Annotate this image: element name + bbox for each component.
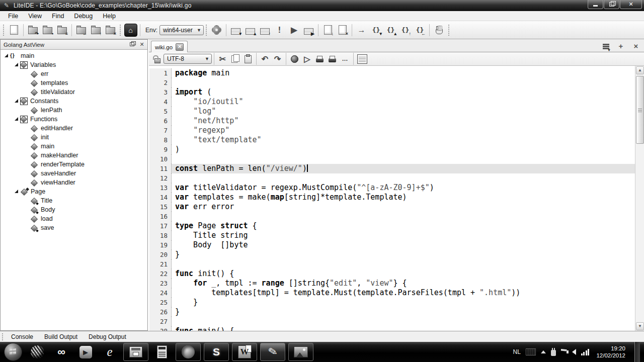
goto-brace-button[interactable]: {}←: [413, 24, 427, 37]
word-wrap-button[interactable]: [356, 53, 368, 64]
record-macro-button[interactable]: [289, 53, 300, 64]
taskbar-button-firefox[interactable]: [176, 343, 201, 361]
code-line-8[interactable]: 8 "text/template": [149, 135, 635, 145]
menu-file[interactable]: File: [3, 12, 23, 21]
astview-item-Title[interactable]: Title: [1, 196, 147, 205]
code-line-12[interactable]: 12: [149, 173, 635, 183]
code-line-16[interactable]: 16: [149, 212, 635, 221]
env-select[interactable]: win64-user▼: [159, 25, 204, 35]
build-get-button[interactable]: ▾: [229, 24, 243, 37]
show-desktop-button[interactable]: [634, 342, 640, 362]
code-line-26[interactable]: 26}: [149, 307, 635, 317]
taskbar-button-mediaplayer[interactable]: ▶: [75, 343, 96, 361]
code-line-6[interactable]: 6 "net/http": [149, 116, 635, 126]
expand-arrow-icon[interactable]: [14, 189, 20, 195]
print-button[interactable]: [314, 53, 326, 64]
power-icon[interactable]: [551, 350, 556, 356]
expand-arrow-icon[interactable]: [14, 98, 20, 104]
close-file-button[interactable]: ×: [104, 24, 117, 37]
run-file-button[interactable]: ▶: [302, 24, 315, 37]
close-panel-button[interactable]: ✕: [138, 41, 146, 48]
scroll-up-icon[interactable]: ▲: [636, 66, 644, 74]
code-line-2[interactable]: 2: [149, 78, 635, 87]
astview-item-err[interactable]: err: [1, 69, 147, 78]
code-line-23[interactable]: 23 for _, tmpl := range []string{"edit",…: [149, 279, 635, 288]
cut-button[interactable]: ✂: [217, 53, 228, 64]
language-indicator[interactable]: NL: [513, 348, 521, 355]
volume-icon[interactable]: [572, 349, 576, 355]
toolbar-drag-handle[interactable]: [3, 24, 5, 36]
new-tab-button[interactable]: +: [615, 41, 627, 51]
save-all-button[interactable]: ≡: [55, 24, 69, 37]
code-line-27[interactable]: 27: [149, 317, 635, 326]
astview-item-saveHandler[interactable]: saveHandler: [1, 169, 147, 178]
code-line-24[interactable]: 24 templates[tmpl] = template.Must(templ…: [149, 288, 635, 298]
tab-close-button[interactable]: ✕: [176, 43, 184, 51]
code-line-3[interactable]: 3import (: [149, 87, 635, 97]
more-options-button[interactable]: …: [339, 53, 351, 64]
build-edit-button[interactable]: ▴: [244, 24, 257, 37]
code-line-21[interactable]: 21: [149, 259, 635, 269]
start-button[interactable]: [4, 343, 22, 361]
unfold-brace-button[interactable]: {}↑: [398, 24, 412, 37]
build-install-button[interactable]: ↑: [258, 24, 272, 37]
code-line-22[interactable]: 22func init() {: [149, 269, 635, 279]
tab-wiki-go[interactable]: wiki.go ✕: [151, 41, 188, 53]
astview-item-renderTemplate[interactable]: renderTemplate: [1, 160, 147, 169]
output-bar-handle[interactable]: [2, 333, 4, 341]
taskbar-button-calculator[interactable]: [151, 343, 173, 361]
code-line-28[interactable]: 28func main() {: [149, 326, 635, 331]
code-line-25[interactable]: 25 }: [149, 298, 635, 307]
astview-item-save[interactable]: save: [1, 223, 147, 232]
code-line-14[interactable]: 14var templates = make(map[string]*templ…: [149, 193, 635, 202]
astview-item-editHandler[interactable]: editHandler: [1, 124, 147, 133]
taskbar-button-globe[interactable]: [27, 343, 48, 361]
close-doc-button[interactable]: ×: [336, 24, 349, 37]
copy-button[interactable]: [229, 53, 241, 64]
jump-to-declaration-button[interactable]: →: [355, 24, 368, 37]
new-file-button[interactable]: [7, 24, 21, 37]
run-button[interactable]: ▶: [287, 24, 301, 37]
expand-arrow-icon[interactable]: [14, 62, 20, 68]
fold-brace-up-button[interactable]: {}▴: [384, 24, 397, 37]
export-doc-button[interactable]: ↓: [321, 24, 335, 37]
code-line-1[interactable]: 1package main: [149, 68, 635, 78]
toolbar-drag-handle[interactable]: [119, 24, 122, 36]
menu-debug[interactable]: Debug: [69, 12, 98, 21]
astview-item-titleValidator[interactable]: titleValidator: [1, 87, 147, 97]
lock-button[interactable]: [151, 53, 163, 64]
open-file-button[interactable]: ↷: [26, 24, 40, 37]
code-line-9[interactable]: 9): [149, 145, 635, 154]
astview-item-Constants[interactable]: Constants: [1, 97, 147, 106]
undo-button[interactable]: ↶: [259, 53, 271, 64]
paste-button[interactable]: [242, 53, 254, 64]
astview-item-Page[interactable]: Page: [1, 187, 147, 196]
close-button[interactable]: ✕: [620, 0, 642, 9]
print-preview-button[interactable]: [327, 53, 338, 64]
scrollbar-thumb[interactable]: [636, 76, 644, 144]
astview-item-viewHandler[interactable]: viewHandler: [1, 178, 147, 187]
astview-item-Body[interactable]: Body: [1, 205, 147, 214]
expand-arrow-icon[interactable]: [4, 53, 10, 59]
code-line-11[interactable]: 11const lenPath = len("/view/"): [149, 164, 635, 173]
code-line-10[interactable]: 10: [149, 154, 635, 164]
reload-file-button[interactable]: ↑: [89, 24, 103, 37]
astview-item-Functions[interactable]: Functions: [1, 115, 147, 124]
astview-item-makeHandler[interactable]: makeHandler: [1, 151, 147, 160]
astview-item-lenPath[interactable]: lenPath: [1, 106, 147, 115]
encoding-select[interactable]: UTF-8▼: [164, 54, 212, 64]
code-line-4[interactable]: 4 "io/ioutil": [149, 97, 635, 107]
code-line-13[interactable]: 13var titleValidator = regexp.MustCompil…: [149, 183, 635, 193]
astview-item-main[interactable]: main: [1, 51, 147, 60]
toolbar-drag-handle[interactable]: [448, 24, 450, 36]
code-line-17[interactable]: 17type Page struct {: [149, 221, 635, 231]
taskbar-button-photoviewer[interactable]: [288, 343, 313, 361]
scroll-down-icon[interactable]: ▼: [636, 322, 644, 330]
tab-list-button[interactable]: [600, 41, 612, 51]
title-bar[interactable]: ✎ LiteIDE - E:\Go\GoBoek\code_examples\c…: [0, 0, 644, 11]
output-tab-debug-output[interactable]: Debug Output: [83, 332, 132, 341]
export-html-button[interactable]: ▷: [301, 53, 313, 64]
taskbar-button-word[interactable]: W: [232, 343, 257, 361]
taskbar-button-liteide[interactable]: ✎: [260, 343, 285, 361]
code-line-19[interactable]: 19 Body []byte: [149, 240, 635, 250]
